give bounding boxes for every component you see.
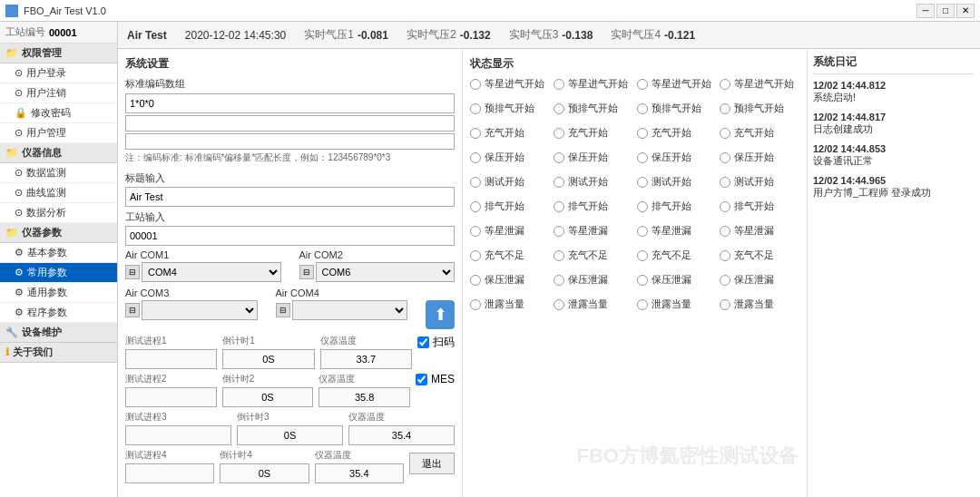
- status-item[interactable]: 保压泄漏: [720, 273, 799, 287]
- encode-input[interactable]: [125, 93, 455, 113]
- mes-label: MES: [431, 373, 455, 385]
- status-item[interactable]: 预排气开始: [637, 102, 717, 115]
- temp-input-1[interactable]: [320, 349, 412, 369]
- sidebar-item-data-monitor[interactable]: ⊙ 数据监测: [0, 163, 117, 183]
- window-controls[interactable]: ─ □ ✕: [916, 4, 975, 18]
- status-item[interactable]: 保压开始: [470, 151, 550, 164]
- status-item[interactable]: 充气不足: [470, 248, 550, 262]
- sidebar-item-program-params[interactable]: ⚙ 程序参数: [0, 303, 117, 323]
- temp-input-3[interactable]: [348, 425, 455, 445]
- status-item[interactable]: 排气开始: [554, 200, 633, 213]
- status-item[interactable]: 充气开始: [720, 126, 799, 140]
- prog-input-1[interactable]: [125, 349, 217, 369]
- status-title: 状态显示: [470, 56, 799, 72]
- status-item[interactable]: 预排气开始: [720, 102, 799, 115]
- prog-input-4[interactable]: [125, 463, 214, 483]
- status-item[interactable]: 保压开始: [637, 151, 717, 164]
- sidebar-item-data-analysis[interactable]: ⊙ 数据分析: [0, 203, 117, 223]
- status-item[interactable]: 泄露当量: [470, 297, 550, 311]
- prog-input-3[interactable]: [125, 425, 231, 445]
- status-item[interactable]: 排气开始: [720, 200, 799, 213]
- sensor-2: 实时气压2 -0.132: [407, 27, 491, 43]
- status-item[interactable]: 等星泄漏: [720, 224, 799, 238]
- status-item[interactable]: 泄露当量: [637, 297, 717, 311]
- header-datetime: 2020-12-02 14:45:30: [185, 29, 286, 42]
- menu-group-device-params: 📁 仪器参数 ⚙ 基本参数 ⚙ 常用参数 ⚙ 通用参数 ⚙ 程序参数: [0, 223, 117, 323]
- menu-group-header-device-info[interactable]: 📁 仪器信息: [0, 143, 117, 163]
- com-select-4[interactable]: COM6COM3COM4COM5: [292, 300, 408, 320]
- status-item[interactable]: 预排气开始: [470, 102, 550, 115]
- status-item[interactable]: 泄露当量: [554, 297, 633, 311]
- temp-label-2: 仪器温度: [318, 373, 410, 385]
- status-item[interactable]: 等星进气开始: [720, 77, 799, 91]
- status-item[interactable]: 保压开始: [554, 151, 633, 164]
- com-select-2[interactable]: COM4COM3COM5COM6: [316, 262, 456, 282]
- status-item[interactable]: 测试开始: [470, 175, 550, 189]
- status-item[interactable]: 保压泄漏: [470, 273, 550, 287]
- mes-checkbox[interactable]: [416, 374, 427, 385]
- status-item[interactable]: 保压开始: [720, 151, 799, 164]
- status-item[interactable]: 测试开始: [720, 175, 799, 189]
- log-time: 12/02 14:44.965: [813, 175, 975, 186]
- radio-circle: [554, 275, 564, 286]
- status-item[interactable]: 排气开始: [470, 200, 550, 213]
- status-item[interactable]: 等星泄漏: [637, 224, 717, 238]
- status-item[interactable]: 充气开始: [554, 126, 633, 140]
- status-item[interactable]: 充气不足: [720, 248, 799, 262]
- exit-button[interactable]: 退出: [409, 453, 455, 474]
- status-item[interactable]: 充气开始: [470, 126, 550, 140]
- status-item[interactable]: 等星进气开始: [470, 77, 550, 91]
- menu-group-device-info: 📁 仪器信息 ⊙ 数据监测 ⊙ 曲线监测 ⊙ 数据分析: [0, 143, 117, 223]
- sidebar-item-user-logout[interactable]: ⊙ 用户注销: [0, 83, 117, 103]
- checkbox-row-mes[interactable]: MES: [416, 373, 455, 385]
- checkbox-row-scan[interactable]: 扫码: [417, 335, 455, 350]
- temp-group-1: 仪器温度: [320, 335, 412, 369]
- status-item[interactable]: 测试开始: [554, 175, 633, 189]
- timer-input-2[interactable]: [222, 387, 314, 407]
- status-item[interactable]: 保压泄漏: [637, 273, 717, 287]
- sidebar-item-user-mgmt[interactable]: ⊙ 用户管理: [0, 123, 117, 143]
- sidebar-item-change-pwd[interactable]: 🔒 修改密码: [0, 103, 117, 123]
- status-item[interactable]: 等星进气开始: [637, 77, 717, 91]
- mark-input[interactable]: [125, 187, 455, 207]
- upload-button[interactable]: ⬆: [426, 300, 455, 329]
- sidebar-item-basic-params[interactable]: ⚙ 基本参数: [0, 243, 117, 263]
- status-item[interactable]: 等星泄漏: [470, 224, 550, 238]
- status-item-label: 充气开始: [568, 126, 608, 140]
- status-item[interactable]: 充气不足: [554, 248, 633, 262]
- menu-group-header-device-params[interactable]: 📁 仪器参数: [0, 223, 117, 243]
- timer-input-4[interactable]: [220, 463, 309, 483]
- minimize-button[interactable]: ─: [916, 4, 935, 18]
- status-item[interactable]: 泄露当量: [720, 297, 799, 311]
- restore-button[interactable]: □: [936, 4, 955, 18]
- menu-group-header-about[interactable]: ℹ 关于我们: [0, 343, 117, 363]
- scan-checkbox[interactable]: [417, 336, 429, 348]
- timer-input-3[interactable]: [237, 425, 343, 445]
- status-item[interactable]: 等星进气开始: [554, 77, 633, 91]
- sidebar-item-general-params[interactable]: ⚙ 通用参数: [0, 283, 117, 303]
- menu-group-header-auth[interactable]: 📁 权限管理: [0, 44, 117, 63]
- status-item[interactable]: 测试开始: [637, 175, 717, 189]
- com-select-3[interactable]: COM5COM3COM4COM6: [142, 300, 258, 320]
- status-item[interactable]: 保压泄漏: [554, 273, 633, 287]
- temp-input-2[interactable]: [318, 387, 410, 407]
- temp-input-4[interactable]: [315, 463, 404, 483]
- sidebar-item-curve-monitor[interactable]: ⊙ 曲线监测: [0, 183, 117, 203]
- status-item-label: 测试开始: [734, 175, 774, 189]
- log-entry: 12/02 14:44.853设备通讯正常: [813, 143, 975, 168]
- status-item[interactable]: 充气开始: [637, 126, 717, 140]
- sidebar-item-user-login[interactable]: ⊙ 用户登录: [0, 63, 117, 83]
- close-button[interactable]: ✕: [956, 4, 975, 18]
- com-icon-3: ⊟: [125, 303, 140, 317]
- status-item[interactable]: 预排气开始: [554, 102, 633, 115]
- status-item[interactable]: 充气不足: [637, 248, 717, 262]
- station-form-input[interactable]: [125, 226, 455, 246]
- prog-input-2[interactable]: [125, 387, 217, 407]
- title-bar-left: FBO_Air Test V1.0: [5, 5, 106, 17]
- timer-input-1[interactable]: [222, 349, 314, 369]
- status-item[interactable]: 等星泄漏: [554, 224, 633, 238]
- status-item[interactable]: 排气开始: [637, 200, 717, 213]
- com-select-1[interactable]: COM3COM4COM5COM6: [142, 262, 281, 282]
- menu-group-header-maintenance[interactable]: 🔧 设备维护: [0, 323, 117, 343]
- sidebar-item-common-params[interactable]: ⚙ 常用参数: [0, 263, 117, 283]
